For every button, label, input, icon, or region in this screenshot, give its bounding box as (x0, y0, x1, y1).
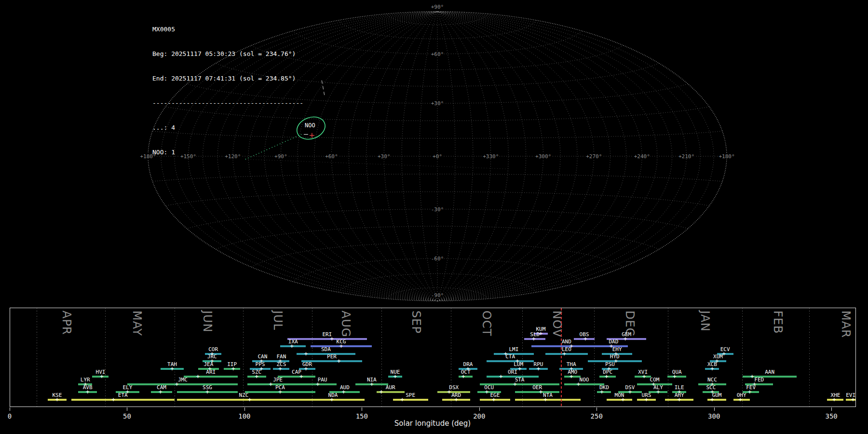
x-tick (831, 407, 832, 411)
shower-peak-marker: + (570, 373, 573, 380)
shower-peak-marker: + (513, 381, 517, 387)
longitude-label: +180° (719, 153, 734, 160)
latitude-label: -60° (431, 256, 444, 262)
shower-code-label: AUR (386, 385, 395, 390)
shower-peak-marker: + (710, 366, 714, 372)
month-label: MAR (840, 311, 852, 338)
shower-peak-marker: + (316, 381, 320, 387)
shower-bar (459, 376, 473, 378)
longitude-label: +240° (634, 153, 650, 160)
shower-peak-marker: + (461, 373, 465, 380)
shower-peak-marker: + (278, 366, 282, 372)
shower-peak-marker: + (111, 396, 115, 403)
shower-peak-marker: + (269, 381, 273, 387)
x-tick-label: 200 (473, 412, 485, 420)
meridian-line (384, 12, 437, 301)
shower-peak-marker: + (678, 396, 681, 403)
shower-bar (393, 399, 428, 401)
shower-peak-marker: + (86, 389, 90, 395)
month-boundary-line (175, 308, 175, 407)
shower-peak-marker: + (448, 389, 451, 395)
shower-peak-marker: + (600, 389, 604, 395)
shower-peak-marker: + (748, 389, 752, 395)
shower-peak-marker: + (337, 358, 341, 364)
month-label: SEP (410, 311, 422, 334)
shower-bar (667, 376, 686, 378)
count-noo: NOO: 1 (152, 148, 303, 156)
month-boundary-line (37, 308, 37, 407)
shower-peak-marker: + (750, 373, 754, 380)
shower-bar (177, 399, 311, 401)
latitude-label: +60° (431, 51, 444, 57)
month-label: FEB (772, 311, 784, 334)
shower-code-label: ARI (206, 369, 216, 375)
shower-code-label: AAN (765, 369, 774, 375)
longitude-label: +210° (678, 153, 694, 160)
x-tick-label: 300 (708, 412, 720, 420)
shower-peak-marker: + (624, 336, 627, 342)
shower-bar (545, 353, 588, 355)
shower-code-label: JMC (178, 377, 188, 382)
radiant-label: NOO (305, 122, 315, 129)
shower-peak-marker: + (55, 396, 59, 403)
shower-code-label: NZC (239, 393, 249, 398)
meridian-line (437, 12, 526, 301)
shower-code-label: ETA (118, 393, 128, 398)
month-boundary-line (809, 308, 810, 407)
x-axis-label: Solar longitude (deg) (394, 419, 471, 428)
meridian-line (437, 12, 594, 301)
shower-activity-timeline: APRMAYJUNJULAUGSEPOCTNOVDECJANFEBMARKUM+… (10, 308, 856, 407)
month-boundary-line (105, 308, 106, 407)
x-tick-label: 50 (123, 412, 131, 420)
shower-peak-marker: + (851, 396, 855, 403)
shower-peak-marker: + (518, 366, 522, 372)
shower-peak-marker: + (255, 373, 258, 380)
shower-bar (487, 360, 533, 362)
x-tick (362, 407, 362, 411)
x-tick (597, 407, 597, 411)
meridian-line (437, 12, 610, 301)
shower-peak-marker: + (290, 343, 294, 349)
shower-peak-marker: + (304, 366, 308, 372)
shower-code-label: LMI (509, 347, 518, 352)
longitude-label: +60° (325, 153, 338, 160)
x-tick (127, 407, 127, 411)
month-label: JAN (699, 311, 711, 332)
shower-peak-marker: + (532, 336, 536, 342)
shower-peak-marker: + (339, 343, 343, 349)
shower-bar (287, 338, 367, 340)
shower-bar (184, 376, 238, 378)
end-time-line: End: 20251117 07:41:31 (sol = 234.85°) (152, 74, 303, 82)
shower-peak-marker: + (159, 389, 163, 395)
shower-peak-marker: + (379, 389, 383, 395)
shower-peak-marker: + (454, 396, 458, 403)
shower-peak-marker: + (205, 389, 209, 395)
shower-peak-marker: + (642, 373, 646, 380)
longitude-label: +330° (483, 153, 499, 160)
shower-peak-marker: + (673, 373, 677, 380)
x-tick-label: 100 (238, 412, 250, 420)
observation-header: MX0005 Beg: 20251117 05:30:23 (sol = 234… (152, 9, 303, 173)
longitude-label: +300° (535, 153, 551, 160)
month-boundary-line (594, 308, 595, 407)
parallel-line (339, 273, 536, 292)
x-tick (10, 407, 10, 411)
shower-peak-marker: + (341, 389, 345, 395)
shower-bar (597, 391, 611, 393)
shower-bar (564, 383, 604, 385)
longitude-label: +270° (586, 153, 602, 160)
shower-peak-marker: + (543, 396, 547, 403)
header-separator: ---------------------------------------- (152, 99, 303, 107)
longitude-label: +30° (378, 153, 391, 160)
shower-bar (308, 383, 336, 385)
month-label: OCT (481, 311, 492, 336)
shower-peak-marker: + (628, 389, 632, 395)
parallel-line (251, 243, 623, 267)
shower-peak-marker: + (583, 336, 587, 342)
longitude-label: +0° (433, 153, 442, 160)
month-label: APR (61, 311, 72, 335)
shower-bar (278, 376, 315, 378)
x-tick (714, 407, 715, 411)
shower-peak-marker: + (196, 373, 200, 380)
shower-peak-marker: + (278, 389, 282, 395)
